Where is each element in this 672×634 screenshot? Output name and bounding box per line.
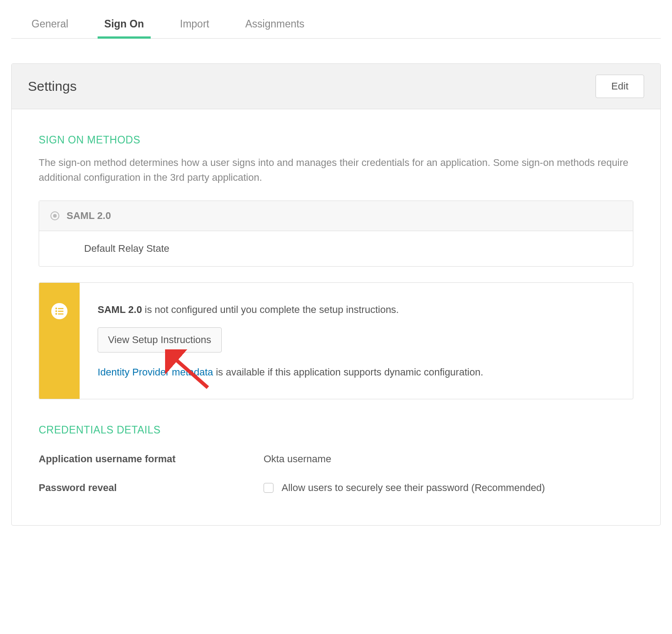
credentials-row-username: Application username format Okta usernam…: [39, 453, 633, 465]
settings-header: Settings Edit: [12, 64, 660, 109]
view-setup-button[interactable]: View Setup Instructions: [98, 327, 222, 353]
signon-option-header[interactable]: SAML 2.0: [39, 201, 633, 231]
settings-title: Settings: [28, 79, 76, 94]
svg-point-2: [55, 310, 57, 312]
signon-section-desc: The sign-on method determines how a user…: [39, 155, 633, 185]
idp-metadata-link[interactable]: Identity Provider metadata: [98, 366, 213, 378]
alert-strip: [39, 283, 80, 399]
svg-rect-5: [58, 313, 63, 315]
radio-selected-icon: [50, 211, 59, 220]
tab-sign-on[interactable]: Sign On: [98, 13, 151, 38]
list-icon: [51, 303, 67, 319]
password-reveal-label: Password reveal: [39, 482, 264, 494]
relay-state-label: Default Relay State: [39, 231, 633, 266]
password-reveal-text: Allow users to securely see their passwo…: [282, 482, 545, 494]
svg-rect-1: [58, 308, 63, 309]
setup-alert: SAML 2.0 is not configured until you com…: [39, 282, 633, 399]
svg-point-4: [55, 313, 57, 315]
tab-assignments[interactable]: Assignments: [238, 13, 311, 38]
tab-bar: General Sign On Import Assignments: [11, 13, 661, 39]
tab-general[interactable]: General: [25, 13, 75, 38]
idp-metadata-text: is available if this application support…: [213, 366, 483, 378]
alert-text: is not configured until you complete the…: [142, 304, 399, 315]
username-format-value: Okta username: [264, 453, 331, 465]
edit-button[interactable]: Edit: [596, 75, 644, 98]
svg-point-0: [55, 308, 57, 309]
username-format-label: Application username format: [39, 453, 264, 465]
signon-option-box: SAML 2.0 Default Relay State: [39, 201, 633, 267]
signon-section-title: SIGN ON METHODS: [39, 134, 633, 146]
tab-import[interactable]: Import: [173, 13, 216, 38]
alert-strong: SAML 2.0: [98, 304, 142, 315]
svg-rect-3: [58, 311, 63, 312]
alert-content: SAML 2.0 is not configured until you com…: [80, 283, 633, 399]
signon-option-label: SAML 2.0: [67, 210, 111, 222]
password-reveal-checkbox[interactable]: [264, 483, 273, 493]
settings-body: SIGN ON METHODS The sign-on method deter…: [12, 109, 660, 525]
credentials-section-title: CREDENTIALS DETAILS: [39, 424, 633, 436]
credentials-row-password: Password reveal Allow users to securely …: [39, 482, 633, 494]
settings-card: Settings Edit SIGN ON METHODS The sign-o…: [11, 63, 661, 526]
